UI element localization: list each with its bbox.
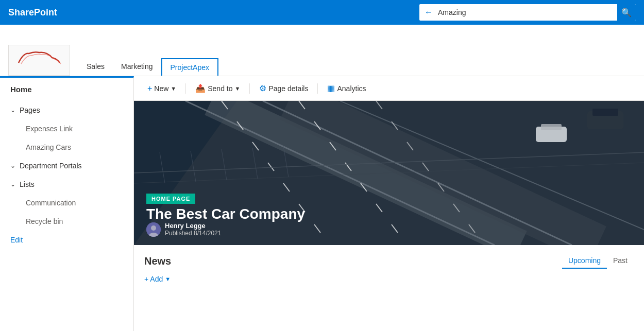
- sendto-chevron-icon: ▼: [235, 85, 241, 92]
- chevron-down-icon-lists: ⌄: [10, 181, 15, 188]
- site-logo: [8, 45, 70, 76]
- sidebar: Home ⌄ Pages Expenses Link Amazing Cars …: [0, 76, 134, 331]
- tab-sales[interactable]: Sales: [78, 58, 113, 76]
- author-info: Henry Legge Published 8/14/2021: [165, 222, 221, 237]
- svg-rect-13: [592, 109, 618, 116]
- new-label: New: [154, 84, 168, 93]
- chevron-down-icon-dept: ⌄: [10, 162, 15, 169]
- analytics-button[interactable]: ▦ Analytics: [322, 80, 371, 96]
- sidebar-item-home[interactable]: Home: [0, 78, 133, 101]
- svg-rect-11: [541, 124, 562, 130]
- send-icon: 📤: [195, 83, 206, 93]
- new-chevron-icon: ▼: [171, 85, 176, 92]
- tab-past[interactable]: Past: [607, 253, 634, 269]
- sidebar-amazing-cars-label: Amazing Cars: [26, 143, 71, 151]
- sidebar-recycle-bin-label: Recycle bin: [26, 217, 63, 225]
- settings-icon: ⚙: [259, 83, 266, 93]
- content-area: + New ▼ 📤 Send to ▼ ⚙ Page details ▦ Ana…: [134, 76, 644, 331]
- hero-tag: HOME PAGE: [146, 194, 195, 204]
- send-to-button[interactable]: 📤 Send to ▼: [190, 80, 245, 96]
- hero-author: Henry Legge Published 8/14/2021: [146, 222, 221, 237]
- publish-date: Published 8/14/2021: [165, 230, 221, 237]
- command-bar: + New ▼ 📤 Send to ▼ ⚙ Page details ▦ Ana…: [134, 76, 644, 101]
- add-label: + Add: [144, 275, 163, 283]
- cmd-separator-1: [185, 83, 186, 94]
- sidebar-communication-label: Communication: [26, 199, 76, 207]
- analytics-label: Analytics: [337, 84, 366, 93]
- cmd-separator-3: [317, 83, 318, 94]
- avatar: [146, 222, 161, 237]
- analytics-icon: ▦: [327, 83, 335, 93]
- news-add-button[interactable]: + Add ▼: [144, 273, 634, 285]
- sidebar-item-communication[interactable]: Communication: [0, 194, 133, 212]
- hero-background: HOME PAGE The Best Car Company Hen: [134, 101, 644, 245]
- page-details-button[interactable]: ⚙ Page details: [254, 80, 313, 96]
- tab-marketing[interactable]: Marketing: [113, 58, 161, 76]
- author-name: Henry Legge: [165, 222, 221, 230]
- news-header: News Upcoming Past: [144, 253, 634, 269]
- sidebar-pages-label: Pages: [20, 106, 40, 114]
- tab-upcoming[interactable]: Upcoming: [562, 253, 607, 269]
- tabs-row: Sales Marketing ProjectApex: [78, 58, 218, 76]
- sidebar-edit-button[interactable]: Edit: [0, 231, 133, 249]
- sidebar-dept-portals-label: Department Portals: [20, 162, 82, 170]
- sidebar-item-department-portals[interactable]: ⌄ Department Portals: [0, 156, 133, 175]
- add-chevron-icon: ▼: [165, 276, 171, 282]
- sharepoint-logo: SharePoint: [8, 7, 57, 18]
- sidebar-item-pages[interactable]: ⌄ Pages: [0, 101, 133, 119]
- sidebar-lists-label: Lists: [20, 180, 35, 188]
- main-layout: Home ⌄ Pages Expenses Link Amazing Cars …: [0, 76, 644, 331]
- news-title: News: [144, 255, 171, 267]
- tab-projectapex[interactable]: ProjectApex: [161, 58, 218, 76]
- page-details-label: Page details: [268, 84, 308, 93]
- sidebar-item-recycle-bin[interactable]: Recycle bin: [0, 212, 133, 231]
- search-submit-button[interactable]: 🔍: [617, 4, 636, 21]
- hero-title: The Best Car Company: [146, 206, 305, 222]
- search-bar: ← 🔍: [419, 4, 636, 21]
- search-back-button[interactable]: ←: [419, 8, 438, 17]
- cmd-separator-2: [249, 83, 250, 94]
- top-nav: SharePoint ← 🔍: [0, 0, 644, 25]
- plus-icon: +: [147, 84, 152, 93]
- search-input[interactable]: [438, 8, 617, 16]
- send-to-label: Send to: [208, 84, 232, 93]
- sidebar-expenses-link-label: Expenses Link: [26, 125, 73, 133]
- new-button[interactable]: + New ▼: [142, 81, 181, 96]
- svg-point-22: [151, 225, 156, 231]
- news-section: News Upcoming Past + Add ▼: [134, 245, 644, 293]
- sidebar-home-label: Home: [10, 85, 32, 94]
- sidebar-item-expenses-link[interactable]: Expenses Link: [0, 119, 133, 138]
- news-tabs: Upcoming Past: [562, 253, 634, 269]
- site-tabs-area: Sales Marketing ProjectApex: [0, 25, 644, 76]
- sidebar-item-lists[interactable]: ⌄ Lists: [0, 175, 133, 194]
- chevron-down-icon: ⌄: [10, 107, 15, 114]
- sidebar-item-amazing-cars[interactable]: Amazing Cars: [0, 138, 133, 156]
- hero-banner: HOME PAGE The Best Car Company Hen: [134, 101, 644, 245]
